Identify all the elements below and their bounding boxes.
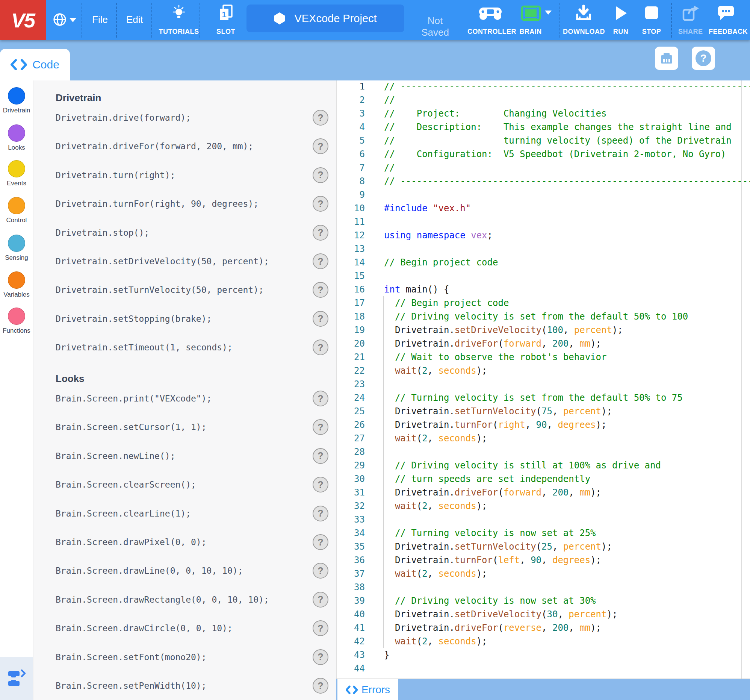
- palette-command[interactable]: Brain.Screen.drawCircle(0, 0, 10);: [55, 622, 233, 635]
- palette-command[interactable]: Brain.Screen.print("VEXcode");: [55, 392, 212, 405]
- palette-command[interactable]: Drivetrain.setStopping(brake);: [55, 312, 212, 326]
- command-help-button[interactable]: ?: [313, 138, 328, 154]
- code-editor[interactable]: 1// ------------------------------------…: [336, 80, 750, 678]
- sidebar-item-functions[interactable]: Functions: [0, 308, 33, 336]
- category-dot: [8, 235, 25, 252]
- command-help-button[interactable]: ?: [313, 391, 328, 406]
- port-icon: [659, 51, 674, 66]
- code-text: // Description: This example changes the…: [384, 120, 732, 134]
- sidebar-item-variables[interactable]: Variables: [0, 271, 33, 300]
- palette-command[interactable]: Drivetrain.stop();: [55, 226, 149, 240]
- command-help-button[interactable]: ?: [313, 477, 328, 492]
- command-help-button[interactable]: ?: [313, 419, 328, 435]
- code-text: // -------------------------------------…: [384, 174, 750, 188]
- palette-command[interactable]: Drivetrain.setDriveVelocity(50, percent)…: [55, 254, 269, 268]
- code-line-31: 31 Drivetrain.driveFor(forward, 200, mm)…: [337, 486, 750, 499]
- switch-to-blocks-button[interactable]: [0, 657, 33, 700]
- chevron-down-icon: [69, 18, 76, 22]
- command-help-button[interactable]: ?: [313, 311, 328, 327]
- toolbar-divider: [671, 3, 672, 38]
- command-help-button[interactable]: ?: [313, 282, 328, 298]
- command-help-button[interactable]: ?: [313, 253, 328, 269]
- slot-button[interactable]: 1 SLOT: [213, 0, 239, 40]
- tab-code[interactable]: Code: [0, 49, 70, 80]
- line-number: 39: [337, 594, 365, 608]
- command-help-button[interactable]: ?: [313, 340, 328, 355]
- download-button[interactable]: DOWNLOAD: [563, 0, 604, 40]
- sidebar-item-label: Drivetrain: [0, 107, 35, 114]
- play-icon: [615, 6, 627, 21]
- command-help-button[interactable]: ?: [313, 448, 328, 464]
- line-number: 1: [337, 80, 365, 93]
- command-help-button[interactable]: ?: [313, 534, 328, 550]
- toolbar-divider: [200, 3, 200, 38]
- run-button[interactable]: RUN: [609, 0, 632, 40]
- palette-command[interactable]: Drivetrain.drive(forward);: [55, 111, 191, 125]
- palette-command[interactable]: Brain.Screen.clearScreen();: [55, 478, 196, 491]
- palette-command[interactable]: Drivetrain.setTurnVelocity(50, percent);: [55, 283, 264, 297]
- language-selector[interactable]: [52, 12, 75, 28]
- controller-button[interactable]: CONTROLLER: [467, 0, 513, 40]
- tab-errors[interactable]: Errors: [337, 679, 398, 700]
- menu-edit[interactable]: Edit: [126, 14, 143, 26]
- palette-command[interactable]: Brain.Screen.drawPixel(0, 0);: [55, 535, 207, 549]
- command-help-button[interactable]: ?: [313, 649, 328, 665]
- command-help-button[interactable]: ?: [313, 506, 328, 522]
- command-help-button[interactable]: ?: [313, 678, 328, 694]
- palette-command[interactable]: Brain.Screen.clearLine(1);: [55, 507, 191, 520]
- palette-command[interactable]: Brain.Screen.setPenWidth(10);: [55, 679, 207, 692]
- palette-command[interactable]: Drivetrain.setTimeout(1, seconds);: [55, 341, 233, 354]
- sidebar-item-drivetrain[interactable]: Drivetrain: [0, 87, 33, 116]
- project-name-button[interactable]: VEXcode Project: [246, 5, 404, 32]
- brain-button[interactable]: BRAIN: [518, 0, 555, 40]
- menu-file[interactable]: File: [92, 14, 108, 26]
- sidebar-item-control[interactable]: Control: [0, 197, 33, 226]
- line-number: 4: [337, 120, 365, 134]
- palette-command[interactable]: Brain.Screen.setFont(mono20);: [55, 650, 207, 664]
- line-number: 7: [337, 161, 365, 174]
- palette-command[interactable]: Drivetrain.driveFor(forward, 200, mm);: [55, 140, 253, 153]
- palette-command[interactable]: Brain.Screen.newLine();: [55, 449, 175, 463]
- code-brackets-icon: [11, 59, 27, 70]
- code-text: Drivetrain.setTurnVelocity(75, percent);: [384, 405, 612, 418]
- toolbar-divider: [559, 3, 559, 38]
- command-help-button[interactable]: ?: [313, 225, 328, 241]
- command-help-button[interactable]: ?: [313, 563, 328, 578]
- line-number: 23: [337, 377, 365, 391]
- download-icon: [575, 5, 592, 22]
- category-dot: [8, 87, 25, 105]
- command-help-button[interactable]: ?: [313, 110, 328, 126]
- command-help-button[interactable]: ?: [313, 592, 328, 608]
- sidebar-item-events[interactable]: Events: [0, 160, 33, 189]
- tutorials-button[interactable]: TUTORIALS: [158, 0, 200, 40]
- line-number: 13: [337, 242, 365, 255]
- code-text: // turning velocity (speed) of the Drive…: [384, 134, 732, 148]
- palette-command[interactable]: Brain.Screen.drawRectangle(0, 0, 10, 10)…: [55, 593, 269, 606]
- command-help-button[interactable]: ?: [313, 620, 328, 636]
- code-text: // Begin project code: [384, 255, 498, 269]
- help-button[interactable]: ?: [692, 47, 715, 70]
- palette-command[interactable]: Drivetrain.turnFor(right, 90, degrees);: [55, 197, 258, 211]
- device-port-button[interactable]: [655, 47, 678, 70]
- palette-command[interactable]: Brain.Screen.drawLine(0, 0, 10, 10);: [55, 564, 243, 577]
- sidebar-item-looks[interactable]: Looks: [0, 125, 33, 153]
- line-number: 26: [337, 418, 365, 432]
- code-brackets-icon: [346, 685, 358, 694]
- sidebar-item-label: Functions: [0, 327, 35, 335]
- code-text: Drivetrain.driveFor(forward, 200, mm);: [384, 337, 601, 350]
- command-help-button[interactable]: ?: [313, 196, 328, 212]
- code-text: //: [384, 93, 395, 107]
- line-number: 24: [337, 391, 365, 405]
- stop-icon: [645, 6, 658, 19]
- bottom-bar: Errors: [336, 678, 750, 700]
- share-button[interactable]: SHARE: [678, 0, 702, 40]
- line-number: 2: [337, 93, 365, 107]
- line-number: 38: [337, 580, 365, 594]
- palette-command[interactable]: Brain.Screen.setCursor(1, 1);: [55, 420, 207, 434]
- command-help-button[interactable]: ?: [313, 167, 328, 183]
- code-text: Drivetrain.turnFor(left, 90, degrees);: [384, 553, 601, 567]
- sidebar-item-sensing[interactable]: Sensing: [0, 235, 33, 263]
- palette-command[interactable]: Drivetrain.turn(right);: [55, 168, 175, 182]
- feedback-button[interactable]: FEEDBACK: [709, 0, 743, 40]
- stop-button[interactable]: STOP: [640, 0, 663, 40]
